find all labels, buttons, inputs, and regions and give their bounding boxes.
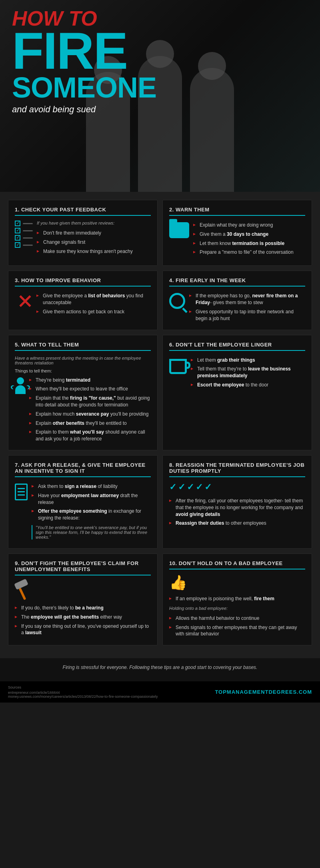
card-8: 8. REASSIGN THE TERMINATED EMPLOYEE'S JO…: [162, 455, 312, 549]
card-5-intro: Things to tell them:: [15, 368, 151, 373]
footer-sources: Sources entrepreneur.com/article/166644 …: [8, 685, 158, 699]
hero-text: HOW TO FIRE SOMEONE and avoid being sued: [12, 8, 156, 115]
row-4: 7. ASK FOR A RELEASE, & GIVE THE EMPLOYE…: [8, 455, 312, 549]
footer-tagline: Firing is stressful for everyone. Follow…: [8, 665, 312, 670]
mug-icon: [169, 359, 187, 374]
folder-icon: [169, 222, 189, 238]
card-3: 3. HOW TO IMPROVE BEHAVIOR Give the empl…: [8, 271, 158, 330]
card-9-bullets: If you do, there's likely to be a hearin…: [15, 603, 151, 637]
row-2: 3. HOW TO IMPROVE BEHAVIOR Give the empl…: [8, 271, 312, 330]
list-item: If you do, there's likely to be a hearin…: [15, 603, 151, 613]
card-6-title: 6. DON'T LET THE EMPLOYEE LINGER: [169, 342, 305, 351]
hammer-icon: [15, 580, 35, 600]
list-item: Let them know termination is possible: [193, 239, 294, 248]
card-3-title: 3. HOW TO IMPROVE BEHAVIOR: [15, 277, 151, 287]
list-item: Explain how much severance pay you'll be…: [29, 410, 151, 419]
x-icon: [18, 293, 32, 307]
card-5-note: Have a witness present during the meetin…: [15, 356, 151, 365]
footer-bar: Firing is stressful for everyone. Follow…: [0, 658, 320, 681]
card-7-bullets: Ask them to sign a release of liability …: [32, 482, 151, 523]
list-item: Explain what they are doing wrong: [193, 221, 294, 230]
card-6: 6. DON'T LET THE EMPLOYEE LINGER Let the…: [162, 335, 312, 450]
list-item: Gives opportunity to tap into their netw…: [189, 307, 305, 323]
card-1-title: 1. CHECK YOUR PAST FEEDBACK: [15, 207, 151, 216]
brand-rest: Degrees.com: [268, 689, 312, 695]
sources-label: Sources: [8, 685, 158, 689]
hero-section: HOW TO FIRE SOMEONE and avoid being sued: [0, 0, 320, 192]
card-2: 2. WARN THEM Explain what they are doing…: [162, 200, 312, 266]
card-5: 5. WHAT TO TELL THEM Have a witness pres…: [8, 335, 158, 450]
list-item: Don't fire them immediately: [37, 229, 133, 238]
list-item: The employee will get the benefits eithe…: [15, 613, 151, 622]
list-item: Have your employment law attorney draft …: [32, 491, 151, 507]
footer-brand: TopManagementDegrees.com: [215, 689, 312, 695]
card-3-bullets: Give the employee a list of behaviors yo…: [36, 291, 151, 316]
list-item: After the firing, call your other employ…: [169, 496, 305, 519]
search-icon: [169, 293, 185, 309]
brand-highlight: TopManagement: [215, 689, 268, 695]
card-2-bullets: Explain what they are doing wrong Give t…: [193, 221, 294, 257]
card-1-bullets: Don't fire them immediately Change signa…: [37, 229, 133, 256]
footer-bottom: Sources entrepreneur.com/article/166644 …: [0, 681, 320, 703]
card-9-title: 9. DON'T FIGHT THE EMPLOYEE'S CLAIM FOR …: [15, 560, 151, 575]
card-7-title: 7. ASK FOR A RELEASE, & GIVE THE EMPLOYE…: [15, 462, 151, 477]
card-4-title: 4. FIRE EARLY IN THE WEEK: [169, 277, 305, 287]
figure-right: [190, 68, 234, 192]
card-4: 4. FIRE EARLY IN THE WEEK If the employe…: [162, 271, 312, 330]
checklist-icon: [15, 221, 33, 248]
list-item: Sends signals to other employees that th…: [169, 623, 305, 639]
list-item: Change signals first: [37, 238, 133, 247]
card-10-title: 10. DON'T HOLD ON TO A BAD EMPLOYEE: [169, 560, 305, 569]
list-item: If an employee is poisoning the well, fi…: [169, 594, 305, 603]
list-item: Explain to them what you'll say should a…: [29, 428, 151, 444]
card-7-quote: "You'll be entitled to one week's severa…: [32, 525, 151, 540]
row-5: 9. DON'T FIGHT THE EMPLOYEE'S CLAIM FOR …: [8, 553, 312, 645]
list-item: Escort the employee to the door: [191, 380, 305, 390]
list-item: Offer the employee something in exchange…: [32, 507, 151, 523]
card-8-title: 8. REASSIGN THE TERMINATED EMPLOYEE'S JO…: [169, 462, 305, 477]
list-item: Let them grab their things: [191, 356, 305, 365]
hero-subtitle: and avoid being sued: [12, 104, 156, 115]
list-item: Explain that the firing is "for cause," …: [29, 394, 151, 410]
card-5-bullets: They're being terminated When they'll be…: [29, 376, 151, 444]
list-item: They're being terminated: [29, 376, 151, 385]
list-item: Reassign their duties to other employees: [169, 519, 305, 528]
list-item: Prepare a "memo to file" of the conversa…: [193, 248, 294, 257]
row-3: 5. WHAT TO TELL THEM Have a witness pres…: [8, 335, 312, 450]
source-1: entrepreneur.com/article/166644: [8, 691, 158, 695]
list-item: Give them a 30 days to change: [193, 230, 294, 239]
card-6-bullets: Let them grab their things Tell them tha…: [191, 356, 305, 390]
list-item: When they'll be expected to leave the of…: [29, 384, 151, 394]
list-item: Give them actions to get back on track: [36, 307, 151, 317]
card-10-note: Holding onto a bad employee:: [169, 606, 305, 611]
source-2: money.usnews.com/money/careers/articles/…: [8, 695, 158, 699]
card-4-bullets: If the employee has to go, never fire th…: [189, 291, 305, 323]
main-content: 1. CHECK YOUR PAST FEEDBACK If you have …: [0, 192, 320, 658]
card-10-bullets: If an employee is poisoning the well, fi…: [169, 594, 305, 603]
list-item: Make sure they know things aren't peachy: [37, 247, 133, 256]
checks-icon: ✓ ✓ ✓ ✓ ✓: [169, 482, 305, 492]
list-item: Give the employee a list of behaviors yo…: [36, 291, 151, 307]
card-1-note: If you have given them positive reviews:: [37, 221, 133, 225]
hero-someone: SOMEONE: [12, 73, 156, 102]
card-10-sub-bullets: Allows the harmful behavior to continue …: [169, 614, 305, 639]
list-item: If the employee has to go, never fire th…: [189, 291, 305, 307]
card-7: 7. ASK FOR A RELEASE, & GIVE THE EMPLOYE…: [8, 455, 158, 549]
card-8-bullets: After the firing, call your other employ…: [169, 496, 305, 528]
hero-fire: FIRE: [12, 29, 156, 73]
card-9: 9. DON'T FIGHT THE EMPLOYEE'S CLAIM FOR …: [8, 553, 158, 645]
thumbsup-icon: 👍: [169, 574, 305, 591]
card-10: 10. DON'T HOLD ON TO A BAD EMPLOYEE 👍 If…: [162, 553, 312, 645]
card-5-title: 5. WHAT TO TELL THEM: [15, 342, 151, 351]
card-1: 1. CHECK YOUR PAST FEEDBACK If you have …: [8, 200, 158, 266]
list-item: Explain other benefits they'll be entitl…: [29, 419, 151, 428]
person-icon: [15, 377, 26, 444]
list-item: Tell them that they're to leave the busi…: [191, 364, 305, 380]
card-2-title: 2. WARN THEM: [169, 207, 305, 216]
doc-icon: [15, 484, 28, 500]
list-item: If you say one thing out of line, you've…: [15, 622, 151, 638]
list-item: Ask them to sign a release of liability: [32, 482, 151, 491]
row-1: 1. CHECK YOUR PAST FEEDBACK If you have …: [8, 200, 312, 266]
list-item: Allows the harmful behavior to continue: [169, 614, 305, 623]
